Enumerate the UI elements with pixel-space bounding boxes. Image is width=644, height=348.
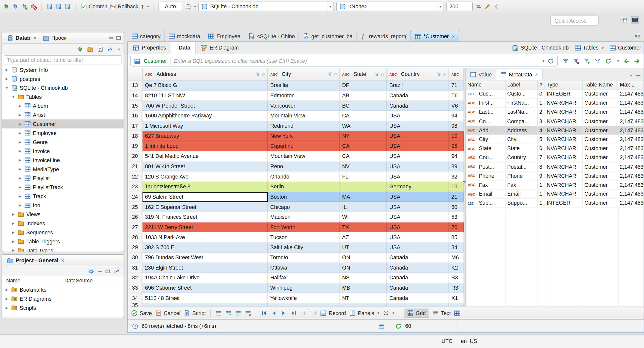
row-number[interactable]: 23 — [128, 182, 143, 192]
link-editor-icon[interactable] — [107, 46, 113, 53]
filter-remove-icon[interactable] — [573, 58, 580, 64]
cell-country[interactable]: USA — [387, 212, 449, 222]
cell-state[interactable]: ON — [340, 253, 387, 263]
view-menu-icon[interactable]: ▾ — [118, 47, 120, 51]
tree-item-foo[interactable]: ▶foo — [2, 201, 124, 210]
cell-postal[interactable]: 32 — [449, 172, 464, 182]
metadata-row[interactable]: ABCPost...Postal...8NVARCHARCustomer2,14… — [466, 162, 643, 171]
cell-country[interactable]: Canada — [387, 91, 449, 101]
dbeaver-perspective-icon[interactable] — [631, 16, 639, 24]
metadata-row[interactable]: 123Sup...Suppo...1INTEGERCustomer2,147,4… — [466, 199, 643, 208]
column-header-name[interactable]: Name — [2, 277, 60, 283]
fetch-all-icon[interactable] — [310, 310, 317, 316]
expander-icon[interactable]: ▶ — [18, 131, 22, 135]
cell-country[interactable]: Canada — [387, 273, 449, 283]
schema-select[interactable]: <None> ▾ — [337, 2, 444, 11]
expander-icon[interactable]: ▶ — [5, 297, 9, 301]
cell-postal[interactable]: X1 — [449, 293, 464, 303]
meta-column-item[interactable]: # — [538, 80, 545, 89]
metadata-row[interactable]: ABCLast...LastNa...2NVARCHARCustomer2,14… — [466, 108, 643, 117]
expander-icon[interactable]: ▼ — [11, 95, 16, 99]
context-connection[interactable]: SQLite - Chinook.db — [512, 45, 569, 51]
maximize-icon[interactable] — [106, 269, 110, 273]
cell-state[interactable]: WA — [340, 121, 387, 131]
metadata-row[interactable]: 123Cus...Custo...0INTEGERCustomer2,147,4… — [466, 90, 643, 99]
close-icon[interactable]: × — [33, 35, 36, 41]
table-view-icon[interactable] — [454, 310, 461, 316]
result-tab-er-diagram[interactable]: ER Diagram — [196, 42, 244, 54]
panels-button[interactable]: Panels ▾ — [349, 310, 379, 316]
result-tab-data[interactable]: Data — [171, 42, 196, 54]
column-header-state[interactable]: ABCState↕? — [340, 68, 387, 80]
previous-row-icon[interactable] — [271, 310, 277, 316]
settings-icon[interactable] — [88, 268, 94, 275]
editor-tab-sqlite-chino[interactable]: SQL<SQLite - Chino — [245, 31, 299, 41]
chevron-down-icon[interactable]: ▾ — [617, 59, 619, 63]
cell-state[interactable]: AZ — [340, 232, 387, 242]
cell-state[interactable]: NS — [340, 273, 387, 283]
expander-icon[interactable]: ▶ — [18, 176, 22, 180]
expander-icon[interactable]: ▶ — [5, 288, 9, 292]
row-number[interactable]: 26 — [128, 212, 143, 222]
tree-item-genre[interactable]: ▶Genre — [2, 138, 124, 147]
minimize-icon[interactable] — [109, 37, 113, 39]
cell-city[interactable]: Tucson — [268, 232, 340, 242]
column-header-datasource[interactable]: DataSource — [60, 277, 93, 283]
meta-column-label[interactable]: Label — [506, 80, 538, 89]
cell-state[interactable]: CA — [340, 151, 387, 161]
next-row-icon[interactable] — [281, 310, 287, 316]
cell-country[interactable]: Canada — [387, 283, 449, 293]
cell-country[interactable]: USA — [387, 161, 449, 171]
script-button[interactable]: Script — [184, 310, 206, 316]
cell-city[interactable]: Vancouver — [268, 101, 340, 111]
auto-refresh-icon[interactable] — [605, 58, 612, 64]
cell-address[interactable]: 541 Del Medio Avenue — [143, 151, 268, 161]
cell-state[interactable]: AB — [340, 91, 387, 101]
cell-city[interactable]: Mountain View — [268, 151, 340, 161]
cell-state[interactable]: WI — [340, 212, 387, 222]
cell-city[interactable]: Toronto — [268, 253, 340, 263]
cell-postal[interactable]: B3 — [449, 273, 464, 283]
connect-icon[interactable] — [12, 3, 19, 10]
cell-city[interactable]: Winnipeg — [268, 283, 340, 293]
filter-sort-indicator[interactable]: ↕? — [328, 72, 337, 77]
row-number[interactable]: 33 — [128, 283, 143, 293]
save-button[interactable]: Save — [131, 310, 152, 316]
tree-item-playlist[interactable]: ▶Playlist — [2, 173, 124, 183]
edit-value-icon[interactable] — [215, 310, 222, 316]
cell-state[interactable]: FL — [340, 172, 387, 182]
cell-postal[interactable]: 94 — [449, 151, 464, 161]
view-menu-icon[interactable]: ▾ — [630, 73, 632, 77]
cell-address[interactable]: 1 Microsoft Way — [143, 121, 268, 131]
cell-address[interactable]: 1033 N Park Ave — [143, 232, 268, 242]
cell-country[interactable] — [387, 303, 449, 307]
last-row-icon[interactable] — [291, 310, 297, 316]
cell-postal[interactable]: 10 — [449, 131, 464, 141]
metadata-row[interactable]: ABCCou...Country7NVARCHARCustomer2,147,4… — [466, 153, 643, 162]
tree-item-employee[interactable]: ▶Employee — [2, 128, 124, 138]
tree-item-sequences[interactable]: ▶Sequences — [2, 228, 124, 237]
collapse-all-icon[interactable] — [97, 46, 104, 53]
expander-icon[interactable]: ▶ — [5, 77, 9, 81]
delete-row-icon[interactable] — [245, 310, 252, 316]
cell-state[interactable]: DF — [340, 80, 387, 91]
cell-postal[interactable]: 71 — [449, 80, 464, 91]
new-connection-icon[interactable] — [77, 46, 84, 53]
context-entity[interactable]: Customer — [609, 45, 641, 51]
result-tab-properties[interactable]: Properties — [128, 42, 171, 54]
apply-filter-icon[interactable] — [548, 58, 554, 64]
generate-sql-icon[interactable] — [484, 3, 491, 10]
expander-icon[interactable]: ▶ — [18, 122, 22, 126]
reconnect-icon[interactable] — [21, 3, 28, 10]
tree-item-invoice[interactable]: ▶Invoice — [2, 147, 124, 156]
connection-select[interactable]: SQLite - Chinook.db ▾ — [198, 2, 334, 11]
editor-tab-mockdata[interactable]: mockdata — [165, 31, 204, 41]
expander-icon[interactable]: ▶ — [18, 203, 22, 207]
minimize-icon[interactable] — [98, 271, 102, 272]
cell-state[interactable]: NT — [340, 293, 387, 303]
link-editor-icon[interactable] — [113, 268, 120, 275]
tree-item-views[interactable]: ▶Views — [2, 210, 124, 219]
meta-column-name[interactable]: Name — [466, 80, 505, 89]
txn-history-button[interactable]: ▾ — [185, 3, 196, 10]
new-folder-icon[interactable] — [87, 46, 94, 53]
